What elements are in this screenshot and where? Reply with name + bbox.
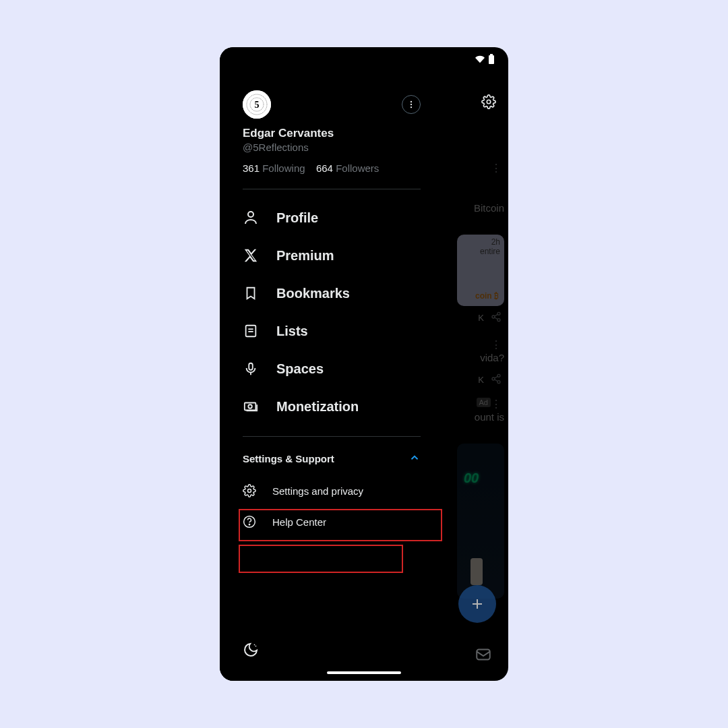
svg-point-8 <box>411 104 412 105</box>
user-handle[interactable]: @5Reflections <box>243 142 421 153</box>
svg-point-2 <box>487 100 491 104</box>
display-name[interactable]: Edgar Cervantes <box>243 127 421 140</box>
settings-and-privacy-item[interactable]: Settings and privacy <box>220 475 444 506</box>
x-premium-icon <box>243 247 259 264</box>
nav-label: Spaces <box>276 361 324 377</box>
settings-support-header[interactable]: Settings & Support <box>220 442 444 475</box>
profile-icon <box>243 210 259 226</box>
gear-icon <box>243 484 256 497</box>
sub-item-label: Settings and privacy <box>272 485 363 497</box>
follow-stats: 361 Following 664 Followers <box>243 162 421 174</box>
nav-item-monetization[interactable]: Monetization <box>220 388 444 425</box>
following-count[interactable]: 361 <box>243 162 260 174</box>
nav-label: Profile <box>276 210 318 226</box>
nav-list: Profile Premium Bookmarks Lists <box>220 193 444 431</box>
followers-count[interactable]: 664 <box>316 162 333 174</box>
svg-point-26 <box>497 374 500 377</box>
home-indicator <box>327 671 401 674</box>
svg-point-27 <box>492 377 495 380</box>
list-icon <box>243 323 259 339</box>
nav-item-bookmarks[interactable]: Bookmarks <box>220 274 444 312</box>
svg-point-17 <box>248 404 252 408</box>
followers-label[interactable]: Followers <box>336 162 379 174</box>
more-accounts-button[interactable] <box>402 95 421 114</box>
messages-tab-icon[interactable] <box>475 646 492 666</box>
help-icon <box>243 515 256 528</box>
spaces-mic-icon <box>243 361 259 377</box>
bookmark-icon <box>243 285 259 301</box>
svg-point-28 <box>497 381 500 384</box>
nav-drawer: 5 Edgar Cervantes @5Reflections 361 Foll… <box>220 47 444 681</box>
avatar[interactable]: 5 <box>243 90 271 119</box>
nav-item-profile[interactable]: Profile <box>220 199 444 237</box>
svg-rect-14 <box>249 363 253 370</box>
svg-point-23 <box>497 319 500 322</box>
svg-point-10 <box>248 212 253 217</box>
svg-line-30 <box>495 380 498 382</box>
help-center-item[interactable]: Help Center <box>220 506 444 537</box>
svg-point-7 <box>411 101 412 102</box>
svg-line-25 <box>495 317 498 320</box>
settings-gear-icon[interactable] <box>481 94 496 112</box>
nav-item-lists[interactable]: Lists <box>220 312 444 350</box>
svg-point-20 <box>249 524 249 525</box>
svg-rect-33 <box>477 649 490 659</box>
nav-label: Premium <box>276 248 334 264</box>
svg-text:5: 5 <box>255 100 260 110</box>
svg-line-24 <box>495 314 498 316</box>
monetization-icon <box>243 398 259 415</box>
sub-item-label: Help Center <box>272 516 326 528</box>
svg-point-18 <box>248 489 251 493</box>
divider <box>243 189 421 189</box>
divider <box>243 436 421 437</box>
ghost-text: Bitcoin <box>474 202 504 214</box>
svg-rect-16 <box>245 403 256 411</box>
nav-item-premium[interactable]: Premium <box>220 237 444 274</box>
nav-label: Bookmarks <box>276 286 350 301</box>
nav-label: Monetization <box>276 399 359 415</box>
dark-mode-toggle-icon[interactable] <box>243 648 259 660</box>
nav-label: Lists <box>276 324 308 339</box>
chevron-up-icon <box>408 452 421 466</box>
svg-point-22 <box>492 315 495 318</box>
nav-item-spaces[interactable]: Spaces <box>220 350 444 388</box>
svg-point-9 <box>411 107 412 108</box>
svg-point-21 <box>497 312 500 315</box>
compose-fab[interactable] <box>458 585 496 623</box>
following-label[interactable]: Following <box>262 162 305 174</box>
section-title: Settings & Support <box>243 453 334 464</box>
svg-line-29 <box>495 376 498 378</box>
phone-frame: 11:28 5 Edgar Cervantes @5Refle <box>220 47 508 681</box>
